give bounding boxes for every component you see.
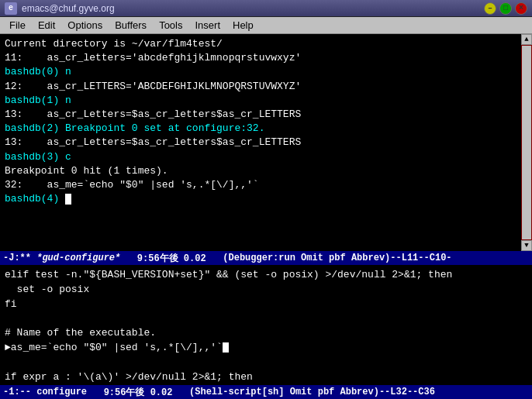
terminal-line: 13: as_cr_Letters=$as_cr_letters$as_cr_L… <box>5 108 516 122</box>
bottom-status-bar: -1:-- configure 9:56午後 0.02 (Shell-scrip… <box>0 385 532 399</box>
terminal-line <box>5 312 527 327</box>
app-icon: e <box>5 2 17 15</box>
terminal-line: 13: as_cr_Letters=$as_cr_letters$as_cr_L… <box>5 136 516 150</box>
terminal-line <box>5 356 527 370</box>
terminal-line: Breakpoint 0 hit (1 times). <box>5 164 516 178</box>
menu-insert[interactable]: Insert <box>188 18 226 33</box>
menu-buffers[interactable]: Buffers <box>109 18 153 33</box>
window-title: emacs@chuf.gyve.org <box>22 3 484 14</box>
upper-terminal-content: Current directory is ~/var/flm4test/ 11:… <box>5 37 516 206</box>
scrollbar[interactable]: ▲ ▼ <box>521 34 532 251</box>
menu-tools[interactable]: Tools <box>153 18 188 33</box>
terminal-line: 12: as_cr_LETTERS='ABCDEFGHIJKLMNOPQRSTU… <box>5 80 516 94</box>
top-status-bar: -J:** *gud-configure* 9:56午後 0.02 (Debug… <box>0 251 532 265</box>
terminal-line: elif test -n."${BASH_VERSION+set}" && (s… <box>5 268 527 283</box>
bottom-status-buffer: configure <box>36 387 87 397</box>
bottom-status-time: 9:56午後 0.02 <box>104 386 173 399</box>
terminal-line: 32: as_me=`echo "$0" |sed 's,.*[\/],,'` <box>5 178 516 192</box>
terminal-line: set -o posix <box>5 283 527 298</box>
upper-terminal-panel[interactable]: Current directory is ~/var/flm4test/ 11:… <box>0 34 532 251</box>
terminal-line: bashdb(0) n <box>5 65 516 79</box>
main-content: Current directory is ~/var/flm4test/ 11:… <box>0 34 532 399</box>
status-mode-info: (Debugger:run Omit pbf Abbrev)--L11--C10… <box>223 253 451 263</box>
terminal-line: bashdb(2) Breakpoint 0 set at configure:… <box>5 122 516 136</box>
terminal-line: bashdb(3) c <box>5 150 516 164</box>
terminal-line: 11: as_cr_letters='abcdefghijklmnopqrstu… <box>5 51 516 65</box>
bottom-status-mode-info: (Shell-script[sh] Omit pbf Abbrev)--L32-… <box>189 387 435 397</box>
app-icon-label: e <box>9 4 13 12</box>
scroll-down-arrow[interactable]: ▼ <box>521 240 532 251</box>
minimize-button[interactable]: – <box>484 2 496 15</box>
terminal-line: bashdb(1) n <box>5 94 516 108</box>
menu-help[interactable]: Help <box>226 18 260 33</box>
status-time: 9:56午後 0.02 <box>137 252 206 265</box>
menu-options[interactable]: Options <box>61 18 109 33</box>
terminal-line: if expr a : '\(a\)' >/dev/null 2>&1; the… <box>5 370 527 385</box>
status-mode: -J:** <box>3 253 31 263</box>
status-buffer: *gud-configure* <box>36 253 120 263</box>
terminal-line: fi <box>5 298 527 312</box>
menu-edit[interactable]: Edit <box>32 18 61 33</box>
menu-file[interactable]: File <box>3 18 32 33</box>
scroll-up-arrow[interactable]: ▲ <box>521 34 532 45</box>
terminal-line-cursor: bashdb(4) <box>5 192 516 206</box>
title-bar: e emacs@chuf.gyve.org – □ × <box>0 0 532 17</box>
close-button[interactable]: × <box>515 2 527 15</box>
text-cursor <box>65 194 71 205</box>
lower-terminal-panel[interactable]: elif test -n."${BASH_VERSION+set}" && (s… <box>0 265 532 385</box>
window-controls: – □ × <box>484 2 527 15</box>
terminal-line-arrow: ►as_me=`echo "$0" |sed 's,.*[\/],,'` <box>5 341 527 356</box>
menu-bar: File Edit Options Buffers Tools Insert H… <box>0 17 532 34</box>
terminal-line: Current directory is ~/var/flm4test/ <box>5 37 516 51</box>
terminal-line: # Name of the executable. <box>5 326 527 341</box>
text-cursor-lower <box>223 342 229 353</box>
maximize-button[interactable]: □ <box>499 2 512 15</box>
bottom-status-mode: -1:-- <box>3 387 31 397</box>
scroll-thumb[interactable] <box>522 46 531 239</box>
